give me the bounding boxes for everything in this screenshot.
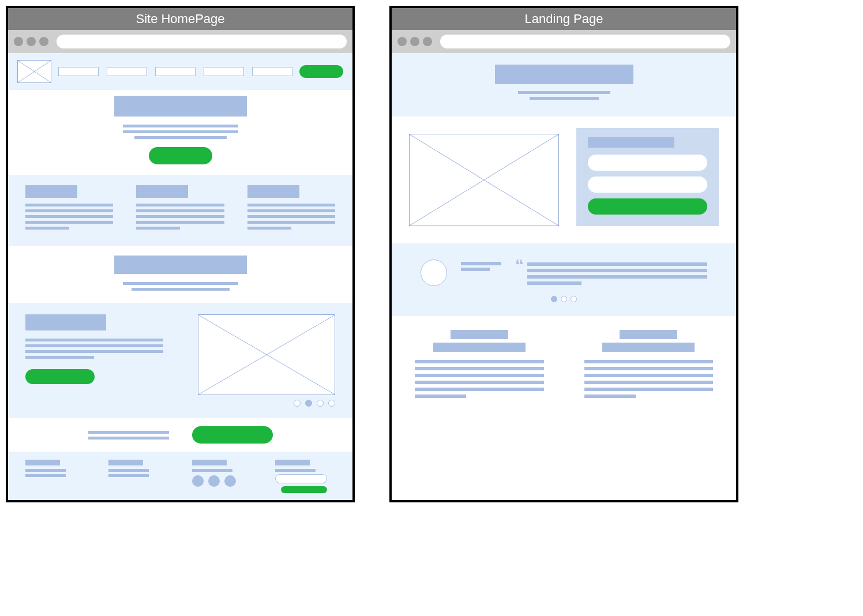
lp-hero: [392, 53, 736, 117]
carousel-dot[interactable]: [561, 296, 567, 302]
features-3col: [8, 175, 352, 246]
hero-text-line: [123, 130, 238, 133]
nav-item[interactable]: [58, 67, 99, 76]
footer: [8, 452, 352, 500]
testimonial-dots: [403, 296, 725, 310]
window-minimize-icon[interactable]: [27, 37, 36, 46]
feature-column: [136, 185, 224, 232]
image-placeholder: [198, 314, 336, 395]
image-placeholder: [409, 134, 559, 226]
social-icon[interactable]: [192, 475, 204, 487]
hero-section: [8, 90, 352, 175]
footer-column-subscribe: [275, 460, 335, 493]
feature-row: [8, 303, 352, 418]
social-icon[interactable]: [208, 475, 220, 487]
hero-heading: [114, 96, 247, 117]
hero-text-line: [123, 125, 238, 127]
cta-text: [88, 428, 169, 442]
column-subheading: [602, 343, 695, 352]
lp-media-form: [392, 117, 736, 243]
nav-item[interactable]: [252, 67, 292, 76]
section-heading: [114, 256, 247, 274]
form-input[interactable]: [588, 176, 707, 193]
feature-media: [198, 314, 336, 407]
subscribe-input[interactable]: [275, 474, 327, 483]
text-line: [123, 282, 238, 285]
signup-form: [576, 128, 719, 226]
landing-title: Landing Page: [392, 8, 736, 30]
carousel-dot-active[interactable]: [305, 400, 312, 407]
nav-cta-button[interactable]: [299, 65, 343, 78]
feature-heading: [25, 185, 77, 198]
feature-heading: [25, 314, 106, 330]
homepage-wireframe: Site HomePage: [6, 6, 355, 502]
footer-column: [25, 460, 85, 493]
form-submit-button[interactable]: [588, 198, 707, 215]
feature-heading: [247, 185, 299, 198]
column-heading: [451, 330, 508, 339]
hero-text-line: [518, 91, 610, 94]
window-zoom-icon[interactable]: [39, 37, 48, 46]
url-bar[interactable]: [57, 35, 347, 48]
homepage-title: Site HomePage: [8, 8, 352, 30]
browser-chrome: [392, 30, 736, 53]
window-minimize-icon[interactable]: [410, 37, 419, 46]
lp-two-columns: [392, 316, 736, 419]
carousel-dot[interactable]: [294, 400, 301, 407]
hero-text-line: [530, 97, 599, 100]
nav-item[interactable]: [204, 67, 244, 76]
testimonial-body: [527, 260, 707, 288]
carousel-dot-active[interactable]: [551, 296, 557, 302]
bottom-cta: [8, 418, 352, 452]
window-close-icon[interactable]: [397, 37, 407, 46]
feature-heading: [136, 185, 188, 198]
quote-mark-icon: “: [515, 260, 524, 288]
hero-heading: [495, 65, 633, 84]
landing-wireframe: Landing Page “: [389, 6, 738, 502]
mid-section: [8, 246, 352, 303]
lp-column: [584, 330, 714, 401]
carousel-dot[interactable]: [571, 296, 577, 302]
feature-cta-button[interactable]: [25, 369, 95, 384]
carousel-dot[interactable]: [328, 400, 335, 407]
carousel-dot[interactable]: [317, 400, 324, 407]
avatar: [421, 260, 447, 286]
subscribe-button[interactable]: [281, 486, 327, 493]
feature-column: [25, 185, 113, 232]
window-zoom-icon[interactable]: [423, 37, 432, 46]
column-subheading: [433, 343, 526, 352]
carousel-dots: [198, 400, 336, 407]
testimonial-author: [461, 260, 501, 273]
top-nav: [8, 53, 352, 90]
form-heading: [588, 137, 674, 148]
social-icon[interactable]: [224, 475, 236, 487]
browser-chrome: [8, 30, 352, 53]
nav-item[interactable]: [155, 67, 196, 76]
feature-text: [25, 314, 163, 384]
nav-item[interactable]: [107, 67, 147, 76]
logo-placeholder[interactable]: [17, 60, 51, 83]
column-heading: [620, 330, 677, 339]
window-close-icon[interactable]: [14, 37, 23, 46]
feature-column: [247, 185, 335, 232]
lp-column: [415, 330, 544, 401]
footer-column-social: [192, 460, 252, 493]
bottom-cta-button[interactable]: [192, 426, 273, 444]
text-line: [132, 288, 230, 291]
testimonial-section: “: [392, 243, 736, 316]
hero-text-line: [134, 136, 227, 139]
hero-cta-button[interactable]: [149, 147, 212, 164]
form-input[interactable]: [588, 155, 707, 171]
footer-column: [108, 460, 168, 493]
url-bar[interactable]: [440, 35, 730, 48]
